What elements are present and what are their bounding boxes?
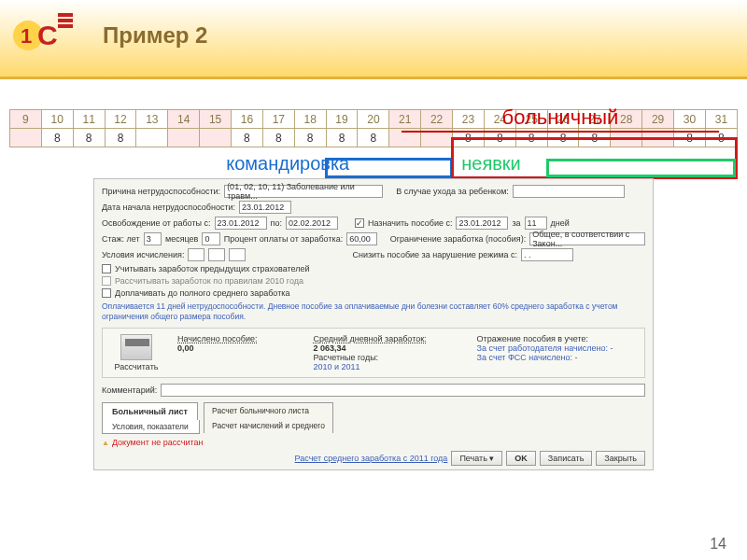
tab-calc-avg[interactable]: Расчет начислений и среднего: [204, 418, 333, 433]
exp-years[interactable]: 3: [144, 232, 162, 245]
svg-text:1: 1: [21, 24, 32, 48]
limit-label: Ограничение заработка (пособия):: [390, 234, 526, 244]
cb2-label: Рассчитывать заработок по правилам 2010 …: [115, 276, 303, 286]
cal-val: [168, 129, 200, 147]
cal-val: [200, 129, 232, 147]
status-not-calculated: Документ не рассчитан: [102, 438, 645, 447]
avg-label: Средний дневной заработок:: [313, 334, 426, 343]
start-date[interactable]: 23.01.2012: [239, 201, 291, 214]
save-button[interactable]: Записать: [540, 451, 592, 466]
tab-sub-conditions: Условия, показатели: [102, 420, 200, 434]
cal-val: 8: [262, 129, 294, 147]
for-label: за: [512, 218, 520, 228]
cal-val: 8: [73, 129, 105, 147]
reason-input[interactable]: (01, 02, 10, 11) Заболевание или травм..…: [224, 185, 383, 198]
release-label: Освобождение от работы с:: [102, 218, 211, 228]
calculator-icon: [120, 334, 152, 360]
cond-1[interactable]: [188, 248, 204, 261]
cal-val: [10, 129, 42, 147]
assign-label: Назначить пособие с:: [368, 218, 453, 228]
assign-checkbox[interactable]: [355, 218, 364, 228]
years-value: 2010 и 2011: [313, 362, 426, 371]
avg-calc-link[interactable]: Расчет среднего заработка с 2011 года: [295, 454, 448, 463]
cal-val: 8: [326, 129, 358, 147]
page-title: Пример 2: [103, 22, 207, 49]
cal-val: 8: [232, 129, 263, 147]
cb-2010-rules[interactable]: [102, 276, 111, 286]
print-button[interactable]: Печать ▾: [451, 451, 502, 466]
start-label: Дата начала нетрудоспособности:: [102, 203, 235, 212]
cal-day: 15: [200, 110, 232, 129]
svg-rect-5: [58, 24, 73, 28]
cal-day: 20: [358, 110, 389, 129]
calc-note: Оплачивается 11 дней нетрудоспособности.…: [102, 301, 645, 322]
comment-label: Комментарий:: [102, 385, 157, 395]
cal-day: 12: [105, 110, 136, 129]
svg-rect-4: [58, 19, 73, 22]
exp-label: Стаж: лет: [102, 234, 140, 244]
exp-m-label: месяцев: [165, 234, 198, 244]
cal-day: 10: [41, 110, 73, 129]
reduce-date[interactable]: . .: [521, 248, 573, 261]
reduce-label: Снизить пособие за нарушение режима с:: [352, 250, 517, 259]
sick-leave-form: Причина нетрудоспособности: (01, 02, 10,…: [93, 178, 654, 470]
to-label: по:: [271, 218, 282, 228]
cal-day: 16: [232, 110, 263, 129]
child-label: В случае ухода за ребенком:: [396, 187, 509, 196]
cal-val: 8: [41, 129, 73, 147]
release-from-date[interactable]: 23.01.2012: [215, 217, 267, 230]
tab-calc-sick[interactable]: Расчет больничного листа: [204, 402, 333, 418]
cal-val: [136, 129, 168, 147]
accrued-value: 0,00: [177, 343, 257, 353]
cal-day: 19: [326, 110, 358, 129]
cb3-label: Доплачивать до полного среднего заработк…: [115, 288, 289, 298]
cal-day: 13: [136, 110, 168, 129]
calculate-button[interactable]: Рассчитать: [108, 334, 164, 371]
cond-2[interactable]: [208, 248, 225, 261]
cal-day: 18: [294, 110, 326, 129]
legend-absence: неявки: [461, 153, 521, 175]
cal-day: 17: [262, 110, 294, 129]
cb-prev-insurers[interactable]: [102, 264, 111, 273]
cal-day: 14: [168, 110, 200, 129]
limit-input[interactable]: Общее, в соответствии с Закон...: [529, 232, 645, 245]
days-count[interactable]: 11: [525, 217, 547, 230]
reflection-fss: За счет ФСС начислено: -: [477, 353, 613, 362]
header-separator: [0, 77, 747, 79]
cond-3[interactable]: [229, 248, 246, 261]
assign-date[interactable]: 23.01.2012: [456, 217, 508, 230]
page-number: 14: [710, 536, 726, 553]
sick-leave-label: больничный: [402, 105, 719, 133]
svg-text:С: С: [37, 20, 58, 50]
child-input[interactable]: [513, 185, 625, 198]
avg-value: 2 063,34: [313, 343, 426, 353]
calc-cond-label: Условия исчисления:: [102, 250, 184, 259]
svg-rect-3: [58, 13, 73, 17]
close-button[interactable]: Закрыть: [596, 451, 645, 466]
comment-input[interactable]: [161, 384, 645, 397]
pct-label: Процент оплаты от заработка:: [224, 234, 343, 244]
calc-summary: Рассчитать Начислено пособие: 0,00 Средн…: [102, 328, 645, 378]
cb1-label: Учитывать заработок предыдущих страховат…: [115, 264, 310, 273]
reflection-label: Отражение пособия в учете:: [477, 334, 613, 343]
ok-button[interactable]: OK: [506, 451, 536, 466]
years-label: Расчетные годы:: [313, 353, 426, 362]
release-to-date[interactable]: 02.02.2012: [286, 217, 338, 230]
legend-trip: командировка: [226, 153, 349, 175]
reflection-employer: За счет работодателя начислено: -: [477, 343, 613, 353]
logo-1c: 1С: [11, 6, 77, 62]
cal-val: 8: [105, 129, 136, 147]
days-word: дней: [551, 218, 570, 228]
tab-sick-leave[interactable]: Больничный лист: [102, 402, 198, 420]
exp-months[interactable]: 0: [202, 232, 219, 245]
accrued-label: Начислено пособие:: [177, 334, 257, 343]
cal-day: 11: [73, 110, 105, 129]
pct-input[interactable]: 60,00: [346, 232, 377, 245]
cal-val: 8: [358, 129, 389, 147]
reason-label: Причина нетрудоспособности:: [102, 187, 220, 196]
cal-val: 8: [294, 129, 326, 147]
cb-full-avg[interactable]: [102, 288, 111, 298]
cal-day: 9: [10, 110, 42, 129]
